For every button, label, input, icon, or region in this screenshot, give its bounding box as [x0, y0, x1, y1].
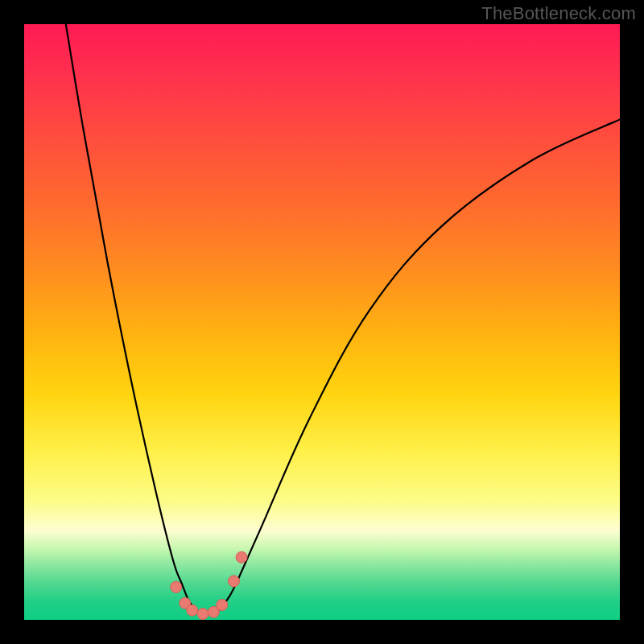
- minimum-marker: [217, 600, 228, 611]
- minimum-marker: [236, 551, 247, 563]
- left-branch-curve: [66, 24, 200, 613]
- plot-area: [24, 24, 620, 620]
- minimum-marker: [228, 576, 239, 587]
- minimum-marker: [171, 581, 182, 592]
- minimum-marker: [197, 609, 208, 620]
- minimum-marker: [187, 605, 198, 616]
- curve-layer: [24, 24, 620, 620]
- chart-frame: TheBottleneck.com: [0, 0, 644, 644]
- right-branch-curve: [215, 119, 620, 613]
- watermark-label: TheBottleneck.com: [481, 3, 636, 24]
